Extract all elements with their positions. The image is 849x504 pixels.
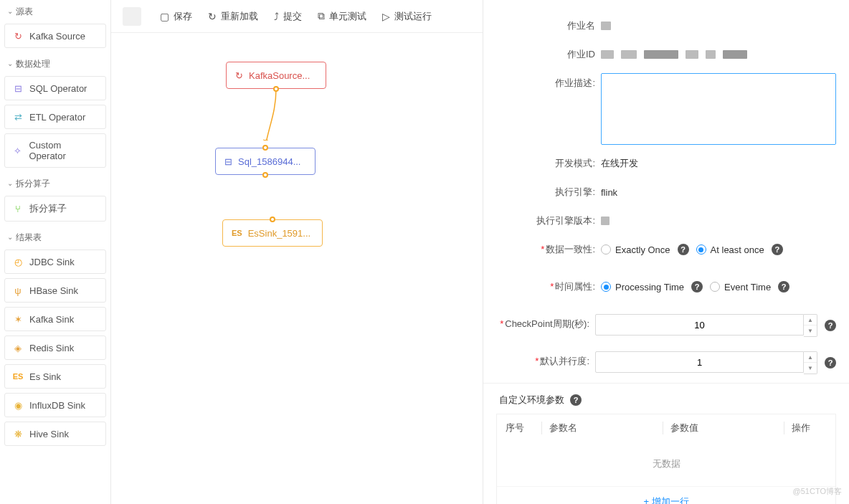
help-icon[interactable]: ? — [825, 320, 836, 331]
submit-button[interactable]: ⤴提交 — [274, 10, 302, 23]
play-icon: ▷ — [382, 11, 390, 22]
unit-test-icon: ⧉ — [318, 10, 325, 22]
stepper-up[interactable]: ▲ — [804, 352, 817, 363]
sidebar-item-influxdb-sink[interactable]: ◉ InfluxDB Sink — [4, 393, 106, 417]
sidebar-section-result[interactable]: 结果表 — [0, 226, 110, 249]
sidebar-item-jdbc-sink[interactable]: ◴ JDBC Sink — [4, 249, 106, 274]
parallelism-field[interactable] — [595, 351, 804, 373]
engine-version-label: 执行引擎版本: — [496, 211, 601, 231]
env-params-table: 序号 参数名 参数值 操作 无数据 + 增加一行 — [496, 414, 836, 504]
redis-sink-icon: ◈ — [12, 342, 24, 353]
save-button[interactable]: ▢保存 — [160, 10, 192, 23]
sidebar-item-kafka-source[interactable]: ↻ Kafka Source — [4, 24, 106, 48]
job-desc-textarea[interactable] — [601, 73, 836, 145]
time-attr-label: *时间属性: — [496, 277, 601, 297]
unit-test-button[interactable]: ⧉单元测试 — [318, 10, 366, 23]
col-value: 参数值 — [663, 422, 784, 434]
test-run-button[interactable]: ▷测试运行 — [382, 10, 432, 23]
etl-operator-icon: ⇄ — [12, 111, 24, 123]
reload-button[interactable]: ↻重新加载 — [208, 10, 258, 23]
job-name-label: 作业名 — [496, 16, 601, 36]
component-sidebar: 源表 ↻ Kafka Source 数据处理 ⊟ SQL Operator ⇄ … — [0, 0, 111, 504]
sidebar-item-sql-operator[interactable]: ⊟ SQL Operator — [4, 76, 106, 100]
col-no: 序号 — [506, 422, 541, 434]
radio-at-least-once[interactable]: At least once — [696, 244, 764, 255]
help-icon[interactable]: ? — [778, 281, 789, 293]
sidebar-item-hive-sink[interactable]: ❋ Hive Sink — [4, 422, 106, 446]
custom-operator-icon: ✧ — [12, 145, 23, 156]
hive-sink-icon: ❋ — [12, 428, 24, 439]
radio-exactly-once[interactable]: Exactly Once — [601, 244, 670, 255]
stepper-down[interactable]: ▼ — [804, 363, 817, 374]
help-icon[interactable]: ? — [772, 244, 783, 255]
toolbar: ▢保存 ↻重新加载 ⤴提交 ⧉单元测试 ▷测试运行 — [111, 0, 483, 33]
consistency-label: *数据一致性: — [496, 239, 601, 260]
kafka-sink-icon: ✶ — [12, 313, 24, 325]
parallelism-label: *默认并行度: — [496, 351, 595, 371]
node-es-sink[interactable]: ES EsSink_1591... — [222, 219, 323, 247]
sidebar-item-custom-operator[interactable]: ✧ Custom Operator — [4, 133, 106, 168]
properties-panel: 作业名 作业ID 作业描述: 开发模式: 在线开发 执行引擎: flink 执行… — [483, 0, 849, 504]
checkpoint-label: *CheckPoint周期(秒): — [496, 314, 595, 334]
sidebar-item-hbase-sink[interactable]: ψ HBase Sink — [4, 278, 106, 303]
add-row-button[interactable]: + 增加一行 — [497, 486, 835, 504]
canvas-area: ▢保存 ↻重新加载 ⤴提交 ⧉单元测试 ▷测试运行 ↻ KafkaSource.… — [111, 0, 483, 504]
toolbar-app-icon — [123, 7, 141, 26]
node-input-port[interactable] — [262, 145, 268, 151]
sidebar-item-label: Kafka Source — [29, 31, 85, 42]
help-icon[interactable]: ? — [570, 394, 582, 406]
sidebar-item-kafka-sink[interactable]: ✶ Kafka Sink — [4, 307, 106, 331]
sidebar-item-label: InfluxDB Sink — [29, 400, 85, 411]
sidebar-item-label: Es Sink — [29, 371, 61, 382]
sidebar-section-process[interactable]: 数据处理 — [0, 52, 110, 76]
sidebar-item-label: HBase Sink — [29, 285, 78, 296]
job-name-value — [601, 16, 836, 36]
sql-node-icon: ⊟ — [224, 156, 232, 167]
kafka-node-icon: ↻ — [235, 70, 243, 81]
kafka-source-icon: ↻ — [12, 30, 24, 42]
reload-icon: ↻ — [208, 11, 217, 22]
engine-value: flink — [601, 182, 836, 202]
help-icon[interactable]: ? — [825, 357, 836, 369]
sidebar-item-es-sink[interactable]: ES Es Sink — [4, 364, 106, 389]
node-sql-operator[interactable]: ⊟ Sql_1586944... — [215, 148, 316, 175]
sidebar-item-label: SQL Operator — [29, 83, 87, 94]
sidebar-item-etl-operator[interactable]: ⇄ ETL Operator — [4, 105, 106, 129]
radio-event-time[interactable]: Event Time — [710, 282, 771, 293]
stepper-down[interactable]: ▼ — [804, 325, 817, 336]
radio-processing-time[interactable]: Processing Time — [601, 282, 684, 293]
job-desc-label: 作业描述: — [496, 73, 601, 93]
node-input-port[interactable] — [270, 217, 275, 222]
hbase-sink-icon: ψ — [12, 285, 24, 296]
sidebar-item-label: 拆分算子 — [29, 202, 67, 215]
parallelism-input[interactable]: ▲▼ — [595, 351, 817, 374]
node-output-port[interactable] — [262, 172, 268, 178]
sql-operator-icon: ⊟ — [12, 82, 24, 94]
sidebar-item-split-operator[interactable]: ⑂ 拆分算子 — [4, 196, 106, 222]
dev-mode-value: 在线开发 — [601, 153, 836, 173]
checkpoint-field[interactable] — [595, 314, 804, 336]
sidebar-item-redis-sink[interactable]: ◈ Redis Sink — [4, 336, 106, 360]
sidebar-section-split[interactable]: 拆分算子 — [0, 172, 110, 196]
node-kafka-source[interactable]: ↻ KafkaSource... — [226, 62, 326, 89]
node-label: KafkaSource... — [249, 70, 310, 81]
engine-label: 执行引擎: — [496, 182, 601, 202]
sidebar-item-label: ETL Operator — [29, 112, 85, 123]
sidebar-item-label: Hive Sink — [29, 429, 69, 439]
stepper-up[interactable]: ▲ — [804, 315, 817, 325]
job-id-label: 作业ID — [496, 44, 601, 65]
save-icon: ▢ — [160, 11, 169, 22]
split-operator-icon: ⑂ — [12, 203, 24, 214]
checkpoint-input[interactable]: ▲▼ — [595, 314, 817, 337]
engine-version-value — [601, 211, 836, 231]
help-icon[interactable]: ? — [678, 244, 689, 255]
sidebar-section-source[interactable]: 源表 — [0, 0, 110, 24]
flow-canvas[interactable]: ↻ KafkaSource... ⊟ Sql_1586944... ES EsS… — [111, 33, 483, 504]
help-icon[interactable]: ? — [691, 281, 703, 293]
col-name: 参数名 — [541, 422, 663, 434]
sidebar-item-label: Redis Sink — [29, 343, 74, 353]
table-empty: 无数据 — [497, 442, 835, 486]
node-output-port[interactable] — [273, 86, 279, 92]
node-label: Sql_1586944... — [238, 156, 300, 167]
dev-mode-label: 开发模式: — [496, 153, 601, 173]
